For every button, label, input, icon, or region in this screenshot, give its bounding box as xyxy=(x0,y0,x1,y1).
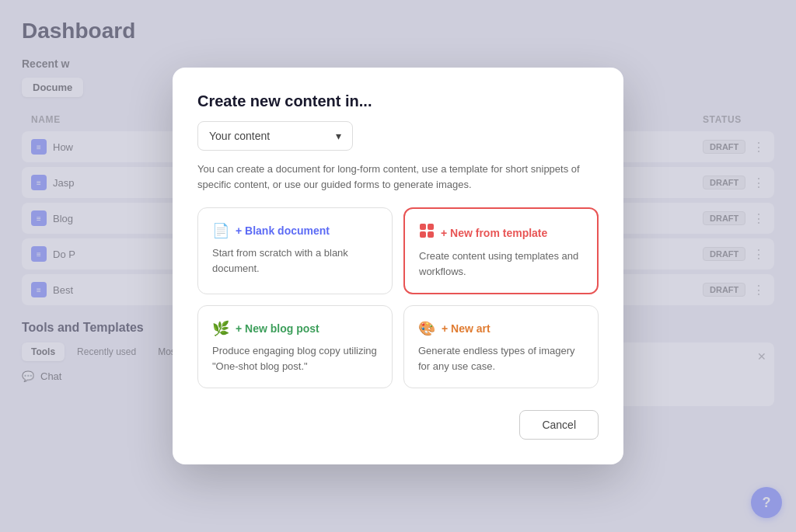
chevron-down-icon: ▾ xyxy=(336,130,341,142)
content-location-dropdown[interactable]: Your content ▾ xyxy=(197,121,353,151)
new-art-icon: 🎨 xyxy=(418,320,435,337)
svg-rect-0 xyxy=(420,224,426,230)
new-art-label: + New art xyxy=(442,322,491,335)
modal-footer: Cancel xyxy=(197,410,599,440)
new-blog-post-option[interactable]: 🌿 + New blog post Produce engaging blog … xyxy=(197,305,393,388)
create-content-modal: Create new content in... Your content ▾ … xyxy=(173,68,623,464)
blank-document-icon: 📄 xyxy=(212,222,229,239)
blog-post-icon: 🌿 xyxy=(212,320,229,337)
new-from-template-desc: Create content using templates and workf… xyxy=(419,249,583,279)
new-art-desc: Generate endless types of imagery for an… xyxy=(418,343,584,374)
template-icon xyxy=(419,223,435,242)
blank-document-label: + Blank document xyxy=(236,224,330,237)
new-blog-post-label: + New blog post xyxy=(236,322,319,335)
new-blog-post-desc: Produce engaging blog copy utilizing "On… xyxy=(212,343,378,374)
new-from-template-option[interactable]: + New from template Create content using… xyxy=(403,207,599,294)
svg-rect-1 xyxy=(428,224,434,230)
dropdown-value: Your content xyxy=(209,130,270,142)
blank-document-option[interactable]: 📄 + Blank document Start from scratch wi… xyxy=(197,207,393,294)
cancel-button[interactable]: Cancel xyxy=(519,410,599,440)
blank-document-desc: Start from scratch with a blank document… xyxy=(212,245,378,276)
modal-overlay: Create new content in... Your content ▾ … xyxy=(0,0,796,532)
content-options-grid: 📄 + Blank document Start from scratch wi… xyxy=(197,207,599,388)
new-art-option[interactable]: 🎨 + New art Generate endless types of im… xyxy=(403,305,599,388)
modal-title: Create new content in... xyxy=(197,92,599,110)
modal-description: You can create a document for long-form … xyxy=(197,162,599,192)
svg-rect-2 xyxy=(420,231,426,238)
svg-rect-3 xyxy=(428,231,434,238)
new-from-template-label: + New from template xyxy=(441,227,547,239)
